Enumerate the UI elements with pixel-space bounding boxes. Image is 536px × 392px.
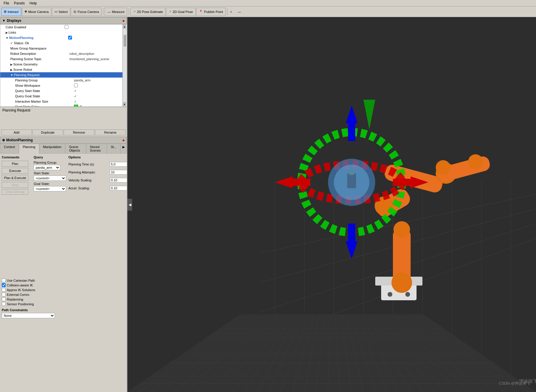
marker-size-label: Interactive Marker Size [15, 100, 74, 103]
svg-point-25 [394, 221, 410, 238]
tab-planning[interactable]: Planning [19, 144, 39, 154]
displays-close-button[interactable]: ● [122, 18, 125, 23]
approx-ik-checkbox[interactable] [2, 288, 6, 292]
toolbar-minus[interactable]: — [237, 8, 244, 16]
move-camera-icon: ✥ [24, 10, 27, 14]
focus-camera-label: Focus Camera [78, 10, 99, 14]
plan-button[interactable]: Plan [2, 161, 28, 167]
collision-aware-checkbox[interactable] [2, 283, 6, 287]
tree-item-links: ▶ Links [0, 30, 122, 35]
planning-time-label: Planning Time (s): [68, 163, 110, 166]
toolbar-move-camera[interactable]: ✥ Move Camera [22, 8, 51, 16]
show-workspace-checkbox[interactable] [74, 83, 78, 87]
toolbar-interact[interactable]: ⊞ Interact [1, 8, 21, 16]
planning-request-arrow-icon[interactable]: ▼ [10, 73, 13, 77]
use-cartesian-label: Use Cartesian Path [7, 279, 35, 282]
motion-planning-arrow-icon[interactable]: ▼ [6, 36, 9, 40]
scrollbar-thumb[interactable] [124, 35, 126, 47]
tree-item-planning-request: ▼ Planning Request [0, 72, 122, 78]
toolbar-measure[interactable]: — Measure [105, 8, 127, 16]
tree-item-query-goal: Query Goal State ✓ [0, 94, 122, 99]
measure-label: Measure [112, 10, 124, 14]
tree-item-query-start: Query Start State ✓ [0, 88, 122, 94]
displays-scrollbar[interactable]: ▲ ▼ [123, 24, 127, 107]
execute-button[interactable]: Execute [2, 168, 28, 174]
commands-title: Commands [2, 155, 31, 159]
color-enabled-label: Color Enabled [6, 25, 65, 29]
move-group-label: Move Group Namespace [10, 47, 69, 50]
scene-robot-arrow-icon[interactable]: ▶ [10, 68, 13, 71]
velocity-scaling-input[interactable] [110, 178, 127, 183]
toolbar-publish-point[interactable]: 📍 Publish Point [196, 8, 226, 16]
remove-button[interactable]: Remove [64, 129, 94, 135]
panel-collapse-button[interactable]: ◀ [127, 199, 132, 211]
motion-planning-checkbox[interactable] [68, 36, 72, 40]
menu-help[interactable]: Help [27, 1, 39, 6]
rename-button[interactable]: Rename [95, 129, 126, 135]
path-constraints-dropdown[interactable]: None [2, 313, 55, 318]
toolbar-focus-camera[interactable]: ◎ Focus Camera [71, 8, 101, 16]
displays-panel-header: ▼ Displays ● [0, 17, 127, 24]
motion-panel-icon: ⊕ [2, 138, 5, 142]
goal-state-dropdown[interactable]: <current> [34, 186, 66, 191]
svg-rect-41 [347, 173, 356, 188]
replanning-checkbox[interactable] [2, 297, 6, 301]
watermark: CSDN @押波张飞 [499, 381, 530, 386]
tab-scene-objects[interactable]: Scene Objects [65, 144, 86, 153]
select-icon: ▭ [55, 10, 58, 14]
tab-stored-scenes[interactable]: Stored Scenes [86, 144, 107, 153]
motion-content: Commands Plan Execute Plan & Execute Sto… [0, 154, 127, 392]
scroll-down-button[interactable]: ▼ [123, 102, 126, 107]
planning-attempts-input[interactable] [110, 170, 127, 175]
tab-st[interactable]: St... [107, 144, 120, 153]
color-enabled-checkbox[interactable] [65, 25, 68, 29]
scroll-up-button[interactable]: ▲ [123, 24, 126, 29]
add-button[interactable]: Add [1, 129, 32, 135]
checkboxes-area: Use Cartesian Path Collision-aware IK Ap… [2, 278, 125, 306]
planning-group-dropdown[interactable]: panda_arm [34, 165, 60, 170]
motion-spacer [2, 196, 125, 278]
menu-panels[interactable]: Panels [12, 1, 27, 6]
toolbar-add[interactable]: + [229, 8, 236, 16]
publish-point-icon: 📍 [199, 10, 203, 14]
toolbar-2d-pose[interactable]: ↗ 2D Pose Estimate [130, 8, 165, 16]
clear-octomap-button[interactable]: Clear octomap [2, 189, 28, 195]
stop-button[interactable]: Stop [2, 182, 28, 188]
start-state-dropdown[interactable]: <current> [34, 176, 66, 181]
toolbar-select[interactable]: ▭ Select [52, 8, 71, 16]
tab-manipulation[interactable]: Manipulation [39, 144, 65, 153]
menu-file[interactable]: File [1, 1, 12, 6]
planning-time-input[interactable] [110, 162, 127, 167]
three-col-layout: Commands Plan Execute Plan & Execute Sto… [2, 155, 125, 196]
external-comm-checkbox[interactable] [2, 293, 6, 296]
use-cartesian-checkbox[interactable] [2, 278, 6, 282]
accel-scaling-input[interactable] [110, 186, 127, 191]
start-color-label: Start State Color [15, 105, 74, 107]
planning-time-row: Planning Time (s): ▲ ▼ [68, 161, 125, 168]
tree-item-planning-topic: Planning Scene Topic /monitored_planning… [0, 56, 122, 62]
tab-more-button[interactable]: ▶ [120, 144, 127, 153]
planning-group-tree-value: panda_arm [74, 78, 122, 82]
planning-topic-value: /monitored_planning_scene [69, 57, 122, 61]
scene-geometry-arrow-icon[interactable]: ▶ [10, 63, 13, 66]
toolbar-2d-goal[interactable]: ↗ 2D Goal Pose [166, 8, 195, 16]
duplicate-button[interactable]: Duplicate [32, 129, 63, 135]
svg-rect-34 [348, 123, 355, 141]
plan-execute-button[interactable]: Plan & Execute [2, 175, 28, 181]
start-color-swatch[interactable] [74, 105, 78, 107]
motion-panel-close-button[interactable]: ● [122, 138, 125, 142]
focus-camera-icon: ◎ [73, 10, 76, 14]
2d-goal-label: 2D Goal Pose [173, 10, 193, 14]
3d-viewport[interactable]: CSDN @押波张飞 ◀ CSDN @押波张飞 [127, 17, 536, 392]
replanning-label: Replanning [7, 298, 23, 301]
sensor-positioning-checkbox[interactable] [2, 302, 6, 306]
links-arrow-icon[interactable]: ▶ [6, 31, 8, 34]
velocity-scaling-row: Velocity Scaling: ▲ ▼ [68, 177, 125, 184]
motion-planning-panel: ⊕ MotionPlanning ● Context Planning Mani… [0, 137, 127, 392]
tree-item-marker-size: Interactive Marker Size ✓ [0, 99, 122, 104]
tree-item-scene-geometry: ▶ Scene Geometry [0, 62, 122, 67]
scene-geometry-label: Scene Geometry [13, 63, 72, 66]
tab-context[interactable]: Context [0, 144, 19, 153]
goal-state-query-label: Goal State: [34, 182, 66, 186]
main-layout: ▼ Displays ● Color Enabled [0, 17, 536, 392]
